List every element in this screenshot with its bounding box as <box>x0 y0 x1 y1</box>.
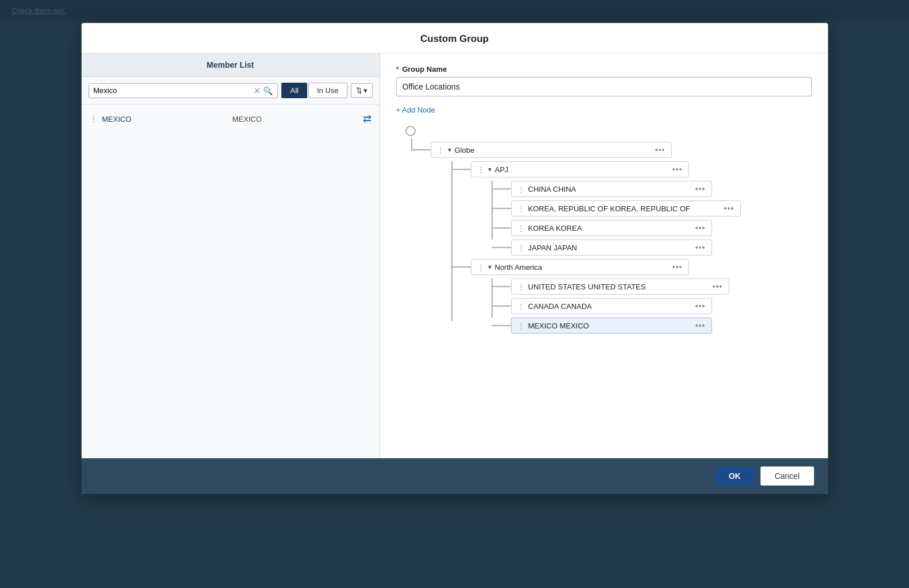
china-node[interactable]: ⋮ CHINA CHINA ••• <box>511 181 712 197</box>
add-to-tree-icon[interactable]: ⇄ <box>363 113 372 125</box>
globe-chevron-icon[interactable]: ▾ <box>448 146 451 154</box>
sort-chevron: ▾ <box>363 86 368 95</box>
drag-handle-icon: ⋮ <box>90 114 98 123</box>
clear-icon[interactable]: ✕ <box>254 86 261 95</box>
korea-republic-label: KOREA, REPUBLIC OF KOREA, REPUBLIC OF <box>528 204 721 213</box>
right-panel: * Group Name + Add Node <box>380 53 828 458</box>
left-panel: Member List ✕ 🔍 All In Use ⇅ ▾ <box>82 53 380 458</box>
list-item[interactable]: ⋮ MEXICO MEXICO ⇄ <box>82 107 380 131</box>
mexico-label: MEXICO MEXICO <box>528 322 692 330</box>
member-name: MEXICO <box>102 115 228 123</box>
canada-menu-icon[interactable]: ••• <box>695 301 706 311</box>
us-node[interactable]: ⋮ UNITED STATES UNITED STATES ••• <box>511 278 729 295</box>
custom-group-modal: Custom Group Member List ✕ 🔍 All In <box>82 23 828 494</box>
member-list-body: ⋮ MEXICO MEXICO ⇄ <box>82 105 380 458</box>
tree-root-node <box>405 126 416 136</box>
canada-drag-icon: ⋮ <box>517 302 525 311</box>
north-america-label: North America <box>495 263 669 272</box>
filter-all-button[interactable]: All <box>281 83 307 98</box>
search-input-wrap: ✕ 🔍 <box>88 83 278 98</box>
korea-node[interactable]: ⋮ KOREA KOREA ••• <box>511 220 712 236</box>
ok-button[interactable]: OK <box>715 466 755 486</box>
china-label: CHINA CHINA <box>528 185 692 194</box>
korea-drag-icon: ⋮ <box>517 224 525 233</box>
group-name-input[interactable] <box>396 77 812 96</box>
modal-footer: OK Cancel <box>82 458 828 494</box>
member-value: MEXICO <box>233 115 358 123</box>
search-icon: 🔍 <box>263 86 273 95</box>
us-menu-icon[interactable]: ••• <box>713 282 723 291</box>
add-node-button[interactable]: + Add Node <box>396 106 812 114</box>
japan-menu-icon[interactable]: ••• <box>695 243 706 252</box>
japan-label: JAPAN JAPAN <box>528 243 692 252</box>
mexico-node[interactable]: ⋮ MEXICO MEXICO ••• <box>511 318 712 334</box>
globe-drag-icon: ⋮ <box>437 146 444 154</box>
north-america-menu-icon[interactable]: ••• <box>672 262 683 272</box>
globe-label: Globe <box>455 146 652 154</box>
sort-icon: ⇅ <box>356 86 362 95</box>
search-bar: ✕ 🔍 All In Use ⇅ ▾ <box>82 77 380 105</box>
canada-node[interactable]: ⋮ CANADA CANADA ••• <box>511 298 712 314</box>
korea-menu-icon[interactable]: ••• <box>695 223 706 233</box>
korea-label: KOREA KOREA <box>528 224 692 233</box>
filter-inuse-button[interactable]: In Use <box>308 83 347 98</box>
mexico-menu-icon[interactable]: ••• <box>695 321 706 330</box>
japan-node[interactable]: ⋮ JAPAN JAPAN ••• <box>511 239 712 256</box>
china-menu-icon[interactable]: ••• <box>695 184 706 194</box>
member-list-header: Member List <box>82 53 380 77</box>
korea-republic-drag-icon: ⋮ <box>517 204 525 213</box>
apj-label: APJ <box>495 165 669 174</box>
north-america-node[interactable]: ⋮ ▾ North America ••• <box>471 259 689 275</box>
tree-container: ⋮ ▾ Globe ••• <box>396 126 812 337</box>
japan-drag-icon: ⋮ <box>517 243 525 252</box>
apj-drag-icon: ⋮ <box>477 165 485 174</box>
sort-button[interactable]: ⇅ ▾ <box>351 83 373 98</box>
korea-republic-node[interactable]: ⋮ KOREA, REPUBLIC OF KOREA, REPUBLIC OF … <box>511 200 741 216</box>
modal-body: Member List ✕ 🔍 All In Use ⇅ ▾ <box>82 53 828 458</box>
mexico-drag-icon: ⋮ <box>517 322 525 330</box>
modal-title: Custom Group <box>420 33 489 44</box>
search-input[interactable] <box>94 86 254 95</box>
apj-node[interactable]: ⋮ ▾ APJ ••• <box>471 161 689 177</box>
canada-label: CANADA CANADA <box>528 302 692 311</box>
korea-republic-menu-icon[interactable]: ••• <box>724 204 734 213</box>
apj-menu-icon[interactable]: ••• <box>672 165 683 174</box>
modal-overlay: Custom Group Member List ✕ 🔍 All In <box>0 0 909 588</box>
north-america-chevron-icon[interactable]: ▾ <box>488 263 492 271</box>
group-name-label: * Group Name <box>396 65 812 74</box>
us-label: UNITED STATES UNITED STATES <box>528 283 709 291</box>
modal-header: Custom Group <box>82 23 828 53</box>
required-star: * <box>396 65 399 74</box>
north-america-drag-icon: ⋮ <box>477 263 485 272</box>
apj-chevron-icon[interactable]: ▾ <box>488 165 492 173</box>
filter-group: All In Use <box>281 83 347 98</box>
us-drag-icon: ⋮ <box>517 283 525 291</box>
globe-node[interactable]: ⋮ ▾ Globe ••• <box>431 142 672 158</box>
globe-menu-icon[interactable]: ••• <box>655 145 666 154</box>
china-drag-icon: ⋮ <box>517 185 525 194</box>
cancel-button[interactable]: Cancel <box>760 466 814 486</box>
